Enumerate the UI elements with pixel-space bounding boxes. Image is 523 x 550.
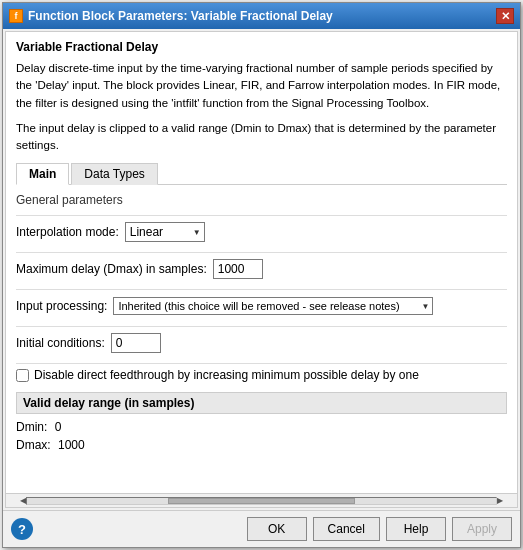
window-title: Function Block Parameters: Variable Frac… <box>28 9 333 23</box>
tab-main[interactable]: Main <box>16 163 69 185</box>
close-button[interactable]: ✕ <box>496 8 514 24</box>
dmax-label: Dmax: <box>16 438 51 452</box>
max-delay-row: Maximum delay (Dmax) in samples: <box>16 257 507 281</box>
scroll-content: Variable Fractional Delay Delay discrete… <box>6 32 517 493</box>
section-title: Variable Fractional Delay <box>16 40 507 54</box>
checkbox-label: Disable direct feedthrough by increasing… <box>34 368 419 382</box>
description1: Delay discrete-time input by the time-va… <box>16 60 507 112</box>
general-params-label: General parameters <box>16 193 507 207</box>
valid-range-title: Valid delay range (in samples) <box>23 396 194 410</box>
interpolation-mode-row: Interpolation mode: Linear FIR Farrow <box>16 220 507 244</box>
help-icon-button[interactable]: ? <box>11 518 33 540</box>
interpolation-mode-label: Interpolation mode: <box>16 225 119 239</box>
help-button[interactable]: Help <box>386 517 446 541</box>
dmin-label: Dmin: <box>16 420 47 434</box>
interpolation-mode-select-wrapper: Linear FIR Farrow <box>125 222 205 242</box>
scroll-right-button[interactable]: ▶ <box>497 496 503 505</box>
scrollbar-thumb[interactable] <box>168 498 356 504</box>
description2: The input delay is clipped to a valid ra… <box>16 120 507 155</box>
dmax-row: Dmax: 1000 <box>16 438 507 452</box>
input-processing-select-wrapper: Inherited (this choice will be removed -… <box>113 297 433 315</box>
dmin-value: 0 <box>55 420 62 434</box>
input-processing-label: Input processing: <box>16 299 107 313</box>
window-icon: f <box>9 9 23 23</box>
initial-conditions-label: Initial conditions: <box>16 336 105 350</box>
tabs-container: Main Data Types <box>16 162 507 185</box>
disable-feedthrough-checkbox[interactable] <box>16 369 29 382</box>
main-window: f Function Block Parameters: Variable Fr… <box>2 2 521 548</box>
button-group: OK Cancel Help Apply <box>247 517 512 541</box>
input-processing-row: Input processing: Inherited (this choice… <box>16 294 507 318</box>
max-delay-label: Maximum delay (Dmax) in samples: <box>16 262 207 276</box>
input-processing-select[interactable]: Inherited (this choice will be removed -… <box>113 297 433 315</box>
cancel-button[interactable]: Cancel <box>313 517 380 541</box>
dmin-row: Dmin: 0 <box>16 420 507 434</box>
title-bar: f Function Block Parameters: Variable Fr… <box>3 3 520 29</box>
checkbox-row: Disable direct feedthrough by increasing… <box>16 368 507 382</box>
scrollbar-track[interactable] <box>26 497 497 505</box>
dmax-value: 1000 <box>58 438 85 452</box>
apply-button[interactable]: Apply <box>452 517 512 541</box>
tab-data-types[interactable]: Data Types <box>71 163 157 185</box>
horizontal-scrollbar[interactable]: ◀ ▶ <box>6 493 517 507</box>
max-delay-input[interactable] <box>213 259 263 279</box>
valid-range-section: Valid delay range (in samples) Dmin: 0 D… <box>16 392 507 452</box>
initial-conditions-input[interactable] <box>111 333 161 353</box>
interpolation-mode-select[interactable]: Linear FIR Farrow <box>125 222 205 242</box>
bottom-bar: ? OK Cancel Help Apply <box>3 510 520 547</box>
ok-button[interactable]: OK <box>247 517 307 541</box>
initial-conditions-row: Initial conditions: <box>16 331 507 355</box>
content-area: Variable Fractional Delay Delay discrete… <box>5 31 518 508</box>
